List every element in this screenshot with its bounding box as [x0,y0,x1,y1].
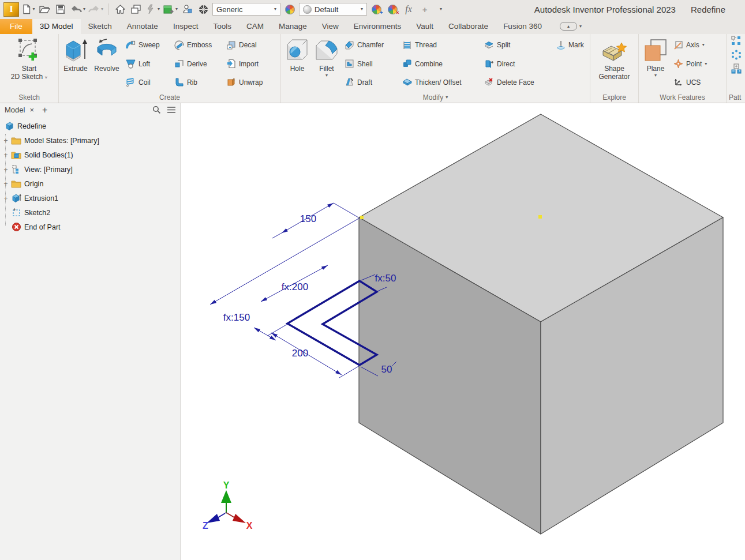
direct-button[interactable]: Direct [482,58,553,70]
derive-button[interactable]: Derive [172,58,224,70]
browser-tab-model[interactable]: Model [5,106,25,114]
import-button[interactable]: Import [224,58,279,70]
tree-item-extrusion1[interactable]: + Extrusion1 [0,191,181,205]
ribbon-collapse-button[interactable]: ▴ [560,22,577,31]
tab-annotate[interactable]: Annotate [119,19,166,35]
expand-icon[interactable]: + [1,194,10,202]
inventor-logo-icon[interactable]: I [3,2,19,17]
expand-icon[interactable]: + [1,166,10,174]
shell-button[interactable]: Shell [342,58,400,70]
dim-200[interactable]: 200 [292,348,308,359]
sketch-point-top-face[interactable] [538,215,542,219]
thicken-offset-button[interactable]: Thicken/ Offset [400,76,482,88]
model-viewport[interactable]: 150 fx:200 fx:150 200 fx:50 50 [181,103,745,560]
rectangular-pattern-icon[interactable] [731,36,742,46]
undo-button[interactable]: ▾ [70,2,85,17]
cube-solid[interactable] [359,114,723,534]
sketch-point-corner[interactable] [360,216,364,219]
redo-button[interactable]: ▾ [88,2,103,17]
tab-collaborate[interactable]: Collaborate [441,19,496,35]
dim-50[interactable]: 50 [381,364,392,375]
plane-button[interactable]: Plane ▾ [641,36,670,92]
emboss-button[interactable]: Emboss [172,39,224,51]
material-wheel-button[interactable] [283,2,297,17]
redo-caret-icon[interactable]: ▾ [101,7,103,12]
viewport-canvas[interactable]: 150 fx:200 fx:150 200 fx:50 50 [181,103,745,558]
dim-150[interactable]: 150 [300,213,316,224]
quick-command-button[interactable]: ▾ [145,2,160,17]
user-properties-button[interactable] [180,2,194,17]
mirror-icon[interactable] [731,63,742,74]
tree-item-solid-bodies[interactable]: + Solid Bodies(1) [0,148,181,162]
fillet-button[interactable]: Fillet ▾ [312,36,341,92]
axis-caret-icon[interactable]: ▾ [702,43,705,47]
split-button[interactable]: Split [482,39,553,51]
expand-icon[interactable]: + [1,137,10,145]
tab-inspect[interactable]: Inspect [166,19,206,35]
tree-item-view[interactable]: + View: [Primary] [0,162,181,176]
switch-windows-button[interactable] [129,2,143,17]
browser-menu-icon[interactable] [167,106,176,114]
tab-file[interactable]: File [0,19,32,35]
tab-sketch[interactable]: Sketch [81,19,119,35]
panel-label-explore[interactable]: Explore [590,92,638,103]
mark-button[interactable]: Mark [553,39,594,51]
undo-caret-icon[interactable]: ▾ [83,7,85,12]
dim-fx200[interactable]: fx:200 [282,281,308,292]
tab-tools[interactable]: Tools [205,19,239,35]
axis-button[interactable]: Axis ▾ [671,39,724,51]
material-browser-button[interactable]: ▾ [162,2,178,17]
loft-button[interactable]: Loft [123,58,172,70]
appearance-select[interactable]: Default ▾ [299,3,367,16]
parameters-button[interactable]: fx [402,2,415,17]
rib-button[interactable]: Rib [172,76,224,88]
fillet-caret-icon[interactable]: ▾ [325,73,328,78]
revolve-button[interactable]: Revolve [91,36,122,92]
web-help-button[interactable] [196,2,210,17]
start-2d-sketch-button[interactable]: Start 2D Sketch ˅ [9,36,49,92]
coil-button[interactable]: Coil [123,76,172,88]
tab-cam[interactable]: CAM [239,19,271,35]
tab-fusion-360[interactable]: Fusion 360 [496,19,549,35]
material-caret-icon[interactable]: ▾ [175,7,178,12]
tree-item-redefine[interactable]: Redefine [0,119,181,133]
point-button[interactable]: Point ▾ [671,58,724,70]
add-command-button[interactable]: + [418,2,432,17]
expand-icon[interactable]: + [1,180,10,188]
tree-item-model-states[interactable]: + Model States: [Primary] [0,133,181,148]
home-button[interactable] [113,2,127,17]
browser-search-icon[interactable] [152,106,161,114]
hole-button[interactable]: Hole [283,36,311,92]
open-button[interactable] [38,2,51,17]
new-file-caret-icon[interactable]: ▾ [32,7,35,12]
thread-button[interactable]: Thread [400,39,482,51]
delete-face-button[interactable]: Delete Face [482,76,553,88]
tree-item-origin[interactable]: + Origin [0,176,181,191]
browser-add-tab-icon[interactable]: + [42,105,47,115]
panel-label-sketch[interactable]: Sketch [0,92,58,103]
tab-environments[interactable]: Environments [346,19,409,35]
material-select[interactable]: Generic ▾ [212,3,280,16]
clear-appearance-button[interactable]: × [385,2,399,17]
adjust-appearance-button[interactable]: + [369,2,383,17]
combine-button[interactable]: Combine [400,58,482,70]
panel-label-work-features[interactable]: Work Features [639,92,726,103]
point-caret-icon[interactable]: ▾ [705,62,707,66]
dim-fx150[interactable]: fx:150 [223,312,250,323]
ribbon-collapse-caret-icon[interactable]: ▾ [579,24,582,29]
ucs-button[interactable]: UCS [671,76,724,88]
browser-close-icon[interactable]: × [29,106,34,114]
chamfer-button[interactable]: Chamfer [342,39,400,51]
expand-icon[interactable]: + [1,151,10,159]
new-file-button[interactable]: ▾ [21,2,35,17]
tab-vault[interactable]: Vault [409,19,441,35]
panel-label-create[interactable]: Create [59,92,280,103]
save-button[interactable] [54,2,68,17]
shape-generator-button[interactable]: Shape Generator [597,36,631,92]
tab-view[interactable]: View [315,19,346,35]
tab-manage[interactable]: Manage [271,19,315,35]
panel-label-pattern[interactable]: Patt [727,92,745,103]
tree-item-sketch2[interactable]: Sketch2 [0,205,181,220]
quick-command-caret-icon[interactable]: ▾ [158,7,160,12]
decal-button[interactable]: Decal [224,39,279,51]
